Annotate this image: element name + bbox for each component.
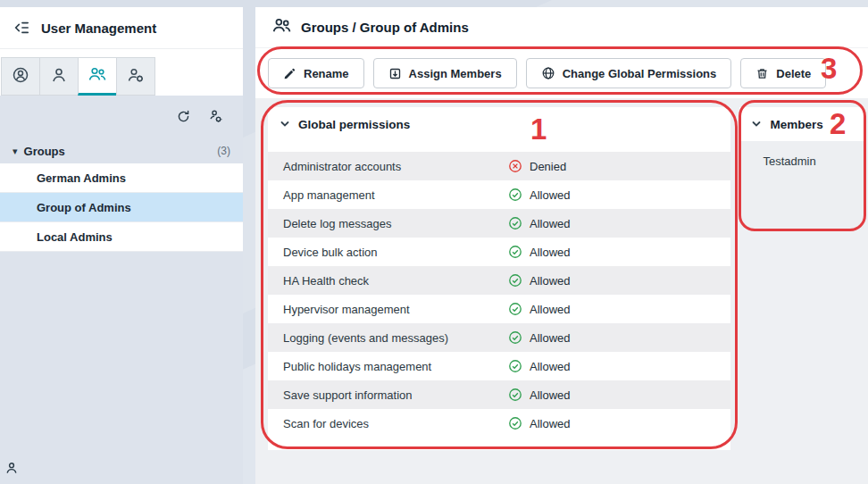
permission-status: Allowed [508,302,571,316]
permission-name: Administrator accounts [283,160,508,173]
user-icon [50,66,68,88]
user-gear-icon [127,66,145,88]
tree-root-label: Groups [24,145,65,158]
permission-row: Hypervisor management Allowed [268,295,730,323]
triangle-down-icon: ▾ [13,146,18,156]
members-title: Members [770,118,822,131]
denied-cross-circle-icon [508,159,522,173]
members-panel: Members Testadmin [739,107,864,229]
change-global-permissions-button[interactable]: Change Global Permissions [526,58,732,88]
permission-name: Delete log messages [283,217,508,230]
permission-name: Device bulk action [283,246,508,259]
tab-roles[interactable] [116,57,155,96]
page: User Management [0,0,868,484]
tab-user-profile[interactable] [1,57,40,96]
permission-name: Scan for devices [283,417,508,430]
permission-status-text: Allowed [530,360,571,373]
main-header: Groups / Group of Admins [255,7,868,48]
permission-status: Allowed [508,188,571,202]
global-permissions-title: Global permissions [298,118,410,131]
permission-status: Allowed [508,245,571,259]
content-area: Global permissions Administrator account… [255,98,868,484]
allowed-check-circle-icon [508,216,522,230]
sidebar-title: User Management [41,21,156,36]
permission-row: Delete log messages Allowed [268,209,730,238]
allowed-check-circle-icon [508,273,522,288]
refresh-icon[interactable] [176,109,191,124]
users-group-icon [88,65,107,87]
users-group-icon [271,16,292,38]
permission-row: Save support information Allowed [268,380,730,409]
permissions-list: Administrator accounts Denied App manage… [268,152,730,450]
permission-row: Scan for devices Allowed [268,409,730,438]
tree-item[interactable]: Local Admins [0,222,243,252]
permission-status: Allowed [508,388,571,402]
tree-root-count: (3) [217,145,230,157]
allowed-check-circle-icon [508,416,522,430]
tree-root-groups[interactable]: ▾ Groups (3) [0,138,243,163]
permission-name: Hypervisor management [283,303,508,316]
tree-item[interactable]: Group of Admins [0,193,243,222]
collapse-sidebar-icon[interactable] [13,20,29,36]
sidebar: User Management [0,7,243,484]
chevron-down-icon [280,119,290,129]
main-panel: Groups / Group of Admins Rename A [255,7,868,484]
allowed-check-circle-icon [508,388,522,402]
permission-status-text: Allowed [530,246,571,259]
breadcrumb: Groups / Group of Admins [301,20,469,35]
globe-icon [541,66,555,80]
profile-person-icon[interactable] [4,461,19,475]
permission-status-text: Allowed [530,274,571,288]
permission-status: Allowed [508,359,571,373]
tree-items: German Admins Group of Admins Local Admi… [0,163,243,252]
permission-name: HA Health check [283,274,508,288]
permission-name: App management [283,188,508,202]
permission-row: Logging (events and messages) Allowed [268,323,730,352]
tab-groups[interactable] [78,57,117,96]
allowed-check-circle-icon [508,302,522,316]
global-permissions-header[interactable]: Global permissions [268,107,730,141]
tree-item-label: German Admins [37,171,126,185]
assign-members-icon [388,67,402,80]
allowed-check-circle-icon [508,330,522,345]
members-header[interactable]: Members [739,107,864,141]
permission-name: Public holidays management [283,360,508,373]
global-permissions-panel: Global permissions Administrator account… [268,107,730,450]
permission-row: Administrator accounts Denied [268,152,730,180]
user-circle-icon [12,66,29,88]
tree-item[interactable]: German Admins [0,163,243,193]
toolbar: Rename Assign Members Change Global Perm… [255,48,868,98]
members-list: Testadmin [739,141,864,229]
sidebar-header: User Management [0,7,243,49]
pencil-icon [283,67,296,80]
permission-status-text: Allowed [530,303,571,316]
permission-row: HA Health check Allowed [268,266,730,295]
permission-status: Allowed [508,273,571,288]
sidebar-tab-bar [0,49,243,96]
permission-status: Denied [508,159,566,173]
permission-status: Allowed [508,330,571,345]
user-settings-gear-icon[interactable] [207,108,223,124]
permission-status-text: Allowed [530,388,571,402]
permission-row: Device bulk action Allowed [268,238,730,266]
permission-row: Public holidays management Allowed [268,352,730,380]
permission-status-text: Allowed [530,417,571,430]
permission-status-text: Allowed [530,217,571,230]
assign-members-button[interactable]: Assign Members [373,58,517,88]
allowed-check-circle-icon [508,359,522,373]
allowed-check-circle-icon [508,188,522,202]
tree-item-label: Local Admins [37,230,113,244]
sidebar-actions-row [0,101,243,131]
trash-icon [755,67,769,80]
permission-status: Allowed [508,416,571,430]
rename-button[interactable]: Rename [268,58,364,88]
change-global-permissions-button-label: Change Global Permissions [563,67,717,80]
permission-status-text: Denied [530,160,566,173]
tab-users[interactable] [39,57,79,96]
assign-members-button-label: Assign Members [409,67,502,80]
delete-button[interactable]: Delete [740,58,826,88]
rename-button-label: Rename [304,67,349,80]
permission-status-text: Allowed [530,188,571,202]
chevron-down-icon [751,119,762,129]
member-item[interactable]: Testadmin [763,154,855,168]
